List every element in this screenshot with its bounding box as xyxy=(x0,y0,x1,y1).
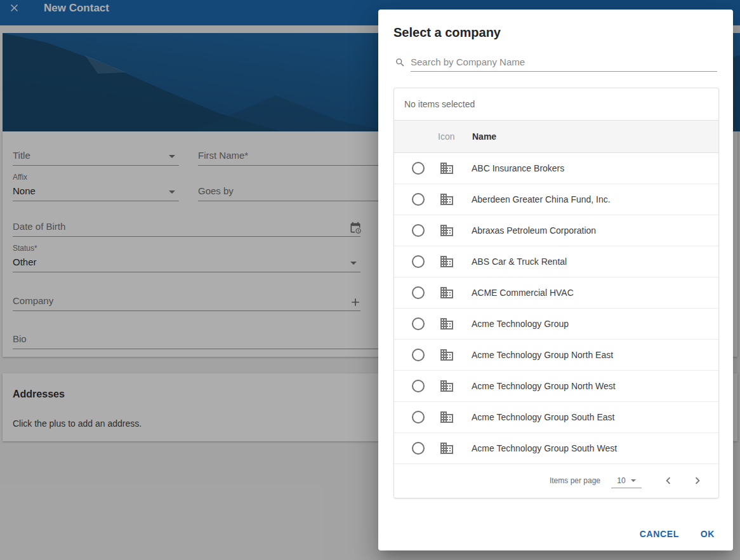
company-search xyxy=(393,54,717,72)
company-building-icon xyxy=(439,254,454,269)
search-input-underline xyxy=(411,55,717,72)
company-row[interactable]: ABC Insurance Brokers xyxy=(394,153,718,184)
radio-button[interactable] xyxy=(412,411,425,423)
paginator: Items per page 10 xyxy=(394,464,718,497)
company-row[interactable]: Acme Technology Group North West xyxy=(394,371,718,402)
company-row[interactable]: ABS Car & Truck Rental xyxy=(394,246,718,277)
company-row[interactable]: Abraxas Petroleum Corporation xyxy=(394,215,718,246)
chevron-left-icon xyxy=(661,474,675,488)
company-row[interactable]: Acme Technology Group South West xyxy=(394,433,718,464)
company-name: Acme Technology Group xyxy=(472,319,569,329)
previous-page-button[interactable] xyxy=(658,470,678,491)
table-header: Icon Name xyxy=(394,121,718,153)
column-header-icon: Icon xyxy=(438,121,454,152)
company-name: ACME Commercial HVAC xyxy=(472,288,574,298)
company-building-icon xyxy=(439,347,454,363)
dialog-title: Select a company xyxy=(393,25,501,40)
company-name: Acme Technology Group North East xyxy=(472,350,613,360)
chevron-down-icon xyxy=(631,479,636,482)
cancel-button[interactable]: CANCEL xyxy=(634,524,685,544)
selection-status: No items selected xyxy=(394,88,718,121)
radio-button[interactable] xyxy=(412,193,425,206)
radio-button[interactable] xyxy=(412,317,425,330)
radio-button[interactable] xyxy=(412,224,425,237)
radio-button[interactable] xyxy=(412,442,425,455)
select-company-dialog: Select a company No items selected Icon … xyxy=(378,10,733,550)
page-size-select[interactable]: 10 xyxy=(611,473,642,488)
radio-button[interactable] xyxy=(412,286,425,299)
search-icon xyxy=(395,57,406,68)
radio-button[interactable] xyxy=(412,255,425,268)
company-building-icon xyxy=(439,378,454,394)
screen: New Contact Title First Name* Affix None xyxy=(0,0,740,560)
company-name: ABS Car & Truck Rental xyxy=(472,257,567,267)
company-building-icon xyxy=(439,410,454,425)
dialog-actions: CANCEL OK xyxy=(634,524,720,544)
ok-button[interactable]: OK xyxy=(695,524,720,544)
company-building-icon xyxy=(439,285,454,300)
company-row[interactable]: Acme Technology Group North East xyxy=(394,340,718,371)
next-page-button[interactable] xyxy=(687,470,708,491)
items-per-page-label: Items per page xyxy=(550,476,600,485)
company-building-icon xyxy=(439,223,454,238)
company-row[interactable]: Acme Technology Group xyxy=(394,309,718,340)
company-building-icon xyxy=(439,441,454,456)
company-building-icon xyxy=(439,161,454,176)
column-header-name: Name xyxy=(472,121,496,152)
page-size-value: 10 xyxy=(617,476,625,485)
company-row[interactable]: ACME Commercial HVAC xyxy=(394,277,718,309)
company-name: Acme Technology Group South West xyxy=(472,443,617,453)
company-name: ABC Insurance Brokers xyxy=(472,163,564,173)
company-name: Aberdeen Greater China Fund, Inc. xyxy=(472,194,611,204)
company-building-icon xyxy=(439,192,454,207)
company-row[interactable]: Acme Technology Group South East xyxy=(394,402,718,433)
company-table-body: ABC Insurance Brokers Aberdeen Greater C… xyxy=(394,153,718,464)
search-input[interactable] xyxy=(411,55,717,71)
company-table: No items selected Icon Name ABC Insuranc… xyxy=(393,88,719,498)
company-name: Acme Technology Group North West xyxy=(472,381,616,391)
company-name: Abraxas Petroleum Corporation xyxy=(472,225,596,236)
radio-button[interactable] xyxy=(412,380,425,392)
chevron-right-icon xyxy=(690,474,704,488)
company-row[interactable]: Aberdeen Greater China Fund, Inc. xyxy=(394,184,718,215)
company-name: Acme Technology Group South East xyxy=(472,412,614,422)
company-building-icon xyxy=(439,316,454,331)
radio-button[interactable] xyxy=(412,162,425,175)
radio-button[interactable] xyxy=(412,349,425,361)
